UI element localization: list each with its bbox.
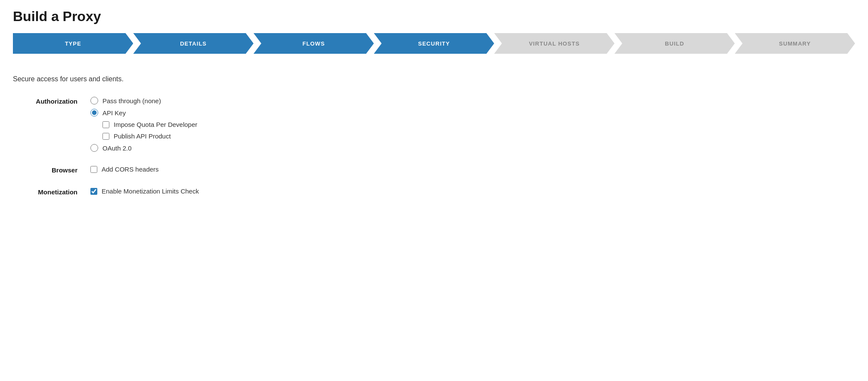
authorization-row: Authorization Pass through (none) API Ke… — [13, 97, 855, 152]
authorization-controls: Pass through (none) API Key Impose Quota… — [90, 97, 197, 152]
api-key-option[interactable]: API Key — [90, 109, 197, 117]
step-flows[interactable]: FLOWS — [254, 33, 374, 54]
monetization-limits-checkbox[interactable] — [90, 188, 97, 195]
pass-through-label: Pass through (none) — [102, 97, 161, 104]
cors-headers-label: Add CORS headers — [102, 166, 159, 173]
step-summary[interactable]: SUMMARY — [735, 33, 855, 54]
pass-through-option[interactable]: Pass through (none) — [90, 97, 197, 104]
oauth2-option[interactable]: OAuth 2.0 — [90, 144, 197, 152]
authorization-label: Authorization — [13, 97, 90, 105]
monetization-row: Monetization Enable Monetization Limits … — [13, 187, 855, 196]
publish-api-label: Publish API Product — [114, 132, 171, 140]
monetization-limits-label: Enable Monetization Limits Check — [102, 187, 199, 195]
form-section: Authorization Pass through (none) API Ke… — [13, 97, 855, 196]
step-details[interactable]: DETAILS — [133, 33, 253, 54]
browser-label: Browser — [13, 166, 90, 174]
step-build[interactable]: BUILD — [614, 33, 735, 54]
step-virtual-hosts[interactable]: VIRTUAL HOSTS — [494, 33, 614, 54]
steps-breadcrumb: TYPE DETAILS FLOWS SECURITY VIRTUAL HOST… — [13, 33, 855, 54]
impose-quota-checkbox[interactable] — [102, 121, 109, 128]
cors-headers-checkbox[interactable] — [90, 166, 97, 173]
monetization-limits-option[interactable]: Enable Monetization Limits Check — [90, 187, 199, 195]
monetization-label: Monetization — [13, 187, 90, 196]
oauth2-radio[interactable] — [90, 144, 98, 152]
publish-api-checkbox[interactable] — [102, 133, 109, 140]
step-type[interactable]: TYPE — [13, 33, 133, 54]
page-title: Build a Proxy — [13, 9, 855, 25]
browser-row: Browser Add CORS headers — [13, 166, 855, 174]
monetization-controls: Enable Monetization Limits Check — [90, 187, 199, 195]
cors-headers-option[interactable]: Add CORS headers — [90, 166, 159, 173]
impose-quota-label: Impose Quota Per Developer — [114, 121, 197, 128]
step-security[interactable]: SECURITY — [374, 33, 494, 54]
publish-api-option[interactable]: Publish API Product — [102, 132, 197, 140]
oauth2-label: OAuth 2.0 — [102, 144, 132, 152]
pass-through-radio[interactable] — [90, 97, 98, 104]
section-description: Secure access for users and clients. — [13, 75, 855, 83]
api-key-label: API Key — [102, 109, 126, 117]
browser-controls: Add CORS headers — [90, 166, 159, 173]
api-key-radio[interactable] — [90, 109, 98, 117]
impose-quota-option[interactable]: Impose Quota Per Developer — [102, 121, 197, 128]
main-content: Secure access for users and clients. Aut… — [13, 71, 855, 200]
